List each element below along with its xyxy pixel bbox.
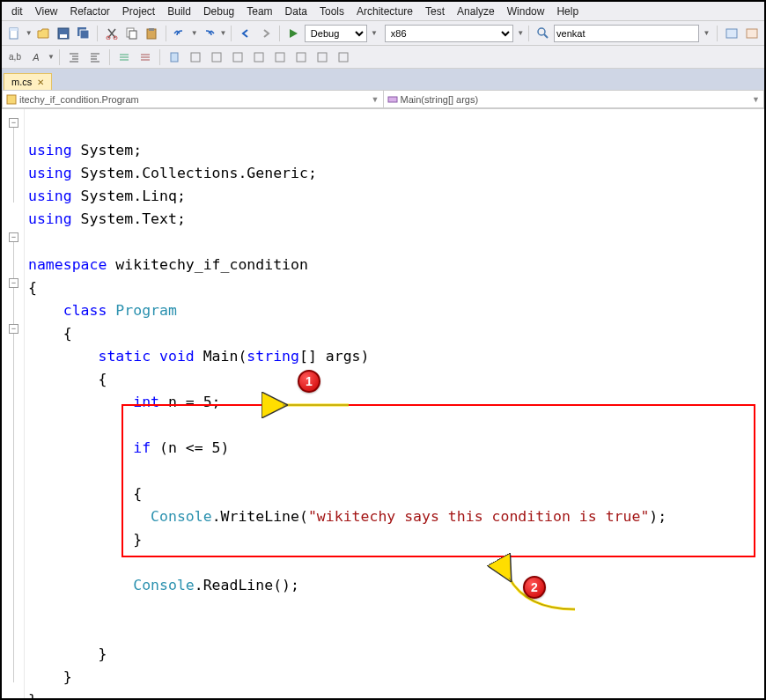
svg-rect-14 [726, 29, 737, 38]
tab-file[interactable]: m.cs ✕ [4, 73, 52, 90]
chevron-down-icon: ▼ [372, 95, 379, 104]
svg-rect-5 [80, 30, 89, 39]
menu-tools[interactable]: Tools [313, 3, 350, 20]
svg-rect-11 [149, 28, 154, 31]
find-icon[interactable] [534, 24, 552, 43]
bookmark-icon[interactable] [165, 48, 184, 67]
paste-icon[interactable] [143, 24, 161, 43]
code-editor[interactable]: − − − − using System; using System.Colle… [2, 109, 764, 698]
svg-rect-1 [10, 28, 18, 31]
svg-rect-36 [297, 53, 306, 62]
menu-refactor[interactable]: Refactor [63, 3, 115, 20]
new-file-icon[interactable] [5, 24, 24, 43]
tb2-icon[interactable] [249, 48, 269, 67]
indent-right-icon[interactable] [85, 48, 105, 67]
class-icon [6, 94, 17, 105]
cut-icon[interactable] [102, 24, 121, 43]
svg-rect-39 [7, 95, 16, 104]
tab-label: m.cs [11, 77, 32, 87]
svg-point-12 [538, 28, 545, 35]
fold-toggle[interactable]: − [9, 118, 18, 128]
main-toolbar: ▼ ▼ ▼ Debug ▼ x86 ▼ ▼ [2, 21, 764, 46]
tab-close-icon[interactable]: ✕ [37, 77, 44, 87]
uncomment-icon[interactable] [136, 48, 155, 67]
fold-toggle[interactable]: − [9, 324, 18, 334]
tb2-icon[interactable] [186, 48, 205, 67]
search-input[interactable] [554, 25, 699, 42]
code-content[interactable]: using System; using System.Collections.G… [25, 109, 764, 698]
extra-icon-2[interactable] [742, 24, 761, 43]
menu-window[interactable]: Window [501, 3, 551, 20]
svg-rect-3 [60, 34, 67, 38]
tb2-icon[interactable] [270, 48, 290, 67]
svg-rect-40 [388, 97, 397, 102]
svg-rect-15 [747, 29, 757, 38]
menu-help[interactable]: Help [550, 3, 585, 20]
save-all-icon[interactable] [75, 24, 93, 43]
secondary-toolbar: a,b A ▼ [2, 46, 764, 69]
platform-dropdown[interactable]: x86 [385, 25, 514, 42]
svg-rect-37 [318, 53, 327, 62]
svg-rect-34 [254, 53, 263, 62]
config-dropdown[interactable]: Debug [305, 25, 367, 42]
tb2-icon[interactable] [313, 48, 332, 67]
method-label: Main(string[] args) [401, 94, 479, 105]
svg-rect-33 [233, 53, 242, 62]
code-navbar: itechy_if_condition.Program ▼ Main(strin… [2, 90, 764, 109]
menu-team[interactable]: Team [240, 3, 278, 20]
method-dropdown[interactable]: Main(string[] args) ▼ [383, 90, 765, 108]
menu-build[interactable]: Build [161, 3, 197, 20]
svg-line-13 [544, 34, 548, 38]
menubar: dit View Refactor Project Build Debug Te… [2, 2, 764, 21]
annotation-box [122, 404, 755, 557]
svg-rect-32 [212, 53, 221, 62]
svg-rect-9 [129, 31, 136, 39]
tb2-icon[interactable]: A [26, 48, 46, 67]
fold-toggle[interactable]: − [9, 278, 18, 288]
menu-architecture[interactable]: Architecture [350, 3, 419, 20]
menu-analyze[interactable]: Analyze [451, 3, 501, 20]
indent-left-icon[interactable] [64, 48, 84, 67]
menu-debug[interactable]: Debug [197, 3, 240, 20]
svg-rect-38 [339, 53, 348, 62]
class-dropdown[interactable]: itechy_if_condition.Program ▼ [2, 90, 383, 108]
copy-icon[interactable] [122, 24, 141, 43]
menu-project[interactable]: Project [116, 3, 161, 20]
method-icon [387, 94, 398, 105]
open-file-icon[interactable] [34, 24, 53, 43]
chevron-down-icon: ▼ [752, 95, 760, 104]
comment-icon[interactable] [114, 48, 134, 67]
fold-toggle[interactable]: − [9, 232, 18, 242]
class-label: itechy_if_condition.Program [19, 94, 139, 105]
menu-test[interactable]: Test [419, 3, 451, 20]
svg-rect-30 [171, 53, 178, 62]
tb2-icon[interactable] [334, 48, 353, 67]
tabbar: m.cs ✕ [2, 69, 764, 90]
tb2-icon[interactable] [291, 48, 311, 67]
menu-data[interactable]: Data [279, 3, 313, 20]
nav-back-icon[interactable] [236, 24, 254, 43]
svg-rect-31 [191, 53, 200, 62]
annotation-arrow-1 [225, 373, 353, 444]
annotation-badge-2: 2 [523, 576, 546, 599]
annotation-badge-1: 1 [298, 370, 320, 393]
save-icon[interactable] [55, 24, 73, 43]
tb2-icon[interactable]: a,b [5, 48, 25, 67]
tb2-icon[interactable] [207, 48, 226, 67]
redo-icon[interactable] [200, 24, 218, 43]
tb2-icon[interactable] [228, 48, 247, 67]
start-icon[interactable] [284, 24, 303, 43]
fold-gutter: − − − − [2, 109, 25, 698]
svg-rect-35 [276, 53, 284, 62]
menu-edit[interactable]: dit [5, 3, 29, 20]
nav-fwd-icon[interactable] [256, 24, 275, 43]
undo-icon[interactable] [171, 24, 189, 43]
extra-icon-1[interactable] [722, 24, 740, 43]
menu-view[interactable]: View [29, 3, 64, 20]
annotation-arrow-2 [447, 549, 579, 646]
